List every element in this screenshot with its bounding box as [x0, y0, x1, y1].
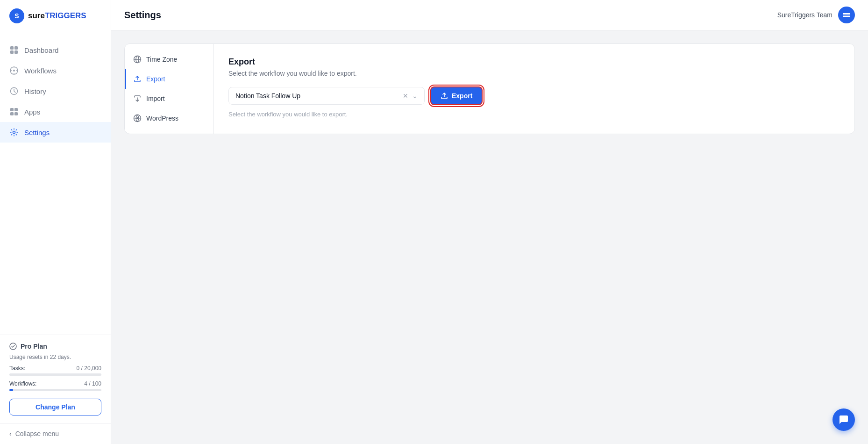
- pro-plan-label: Pro Plan: [21, 343, 47, 350]
- export-section-desc: Select the workflow you would like to ex…: [228, 70, 840, 77]
- workflows-label: Workflows:: [9, 380, 36, 387]
- team-name: SureTriggers Team: [777, 11, 832, 19]
- history-icon: [9, 86, 19, 96]
- collapse-menu[interactable]: ‹ Collapse menu: [0, 423, 111, 444]
- sidebar-nav: Dashboard Workflows: [0, 32, 111, 335]
- settings-nav-timezone-label: Time Zone: [146, 56, 177, 63]
- chat-button[interactable]: [832, 408, 855, 431]
- tasks-progress-bar: [9, 373, 101, 376]
- topbar-right: SureTriggers Team: [777, 7, 855, 23]
- export-nav-icon: [133, 75, 142, 83]
- workflows-progress-fill: [9, 389, 13, 391]
- svg-rect-14: [14, 108, 18, 111]
- logo: S sureTRIGGERS: [0, 0, 111, 32]
- sidebar-item-dashboard[interactable]: Dashboard: [0, 40, 111, 60]
- svg-point-7: [13, 70, 15, 72]
- timezone-icon: [133, 55, 142, 64]
- workflows-icon: [9, 66, 19, 75]
- svg-rect-2: [10, 46, 14, 50]
- settings-nav-export-label: Export: [146, 75, 165, 83]
- settings-nav-wordpress[interactable]: WordPress: [125, 108, 213, 128]
- tasks-usage-row: Tasks: 0 / 20,000: [9, 365, 101, 372]
- sidebar-item-label-dashboard: Dashboard: [24, 46, 58, 54]
- sidebar-item-workflows[interactable]: Workflows: [0, 60, 111, 81]
- sidebar-item-label-workflows: Workflows: [24, 67, 57, 75]
- export-section-title: Export: [228, 57, 840, 67]
- settings-nav-wordpress-label: WordPress: [146, 115, 178, 122]
- workflows-progress-bar: [9, 389, 101, 391]
- import-nav-icon: [133, 94, 142, 103]
- settings-icon: [9, 128, 19, 137]
- change-plan-button[interactable]: Change Plan: [9, 399, 101, 415]
- tasks-value: 0 / 20,000: [77, 365, 101, 372]
- usage-reset-text: Usage resets in 22 days.: [9, 354, 101, 360]
- workflows-usage-row: Workflows: 4 / 100: [9, 380, 101, 387]
- chevron-left-icon: ‹: [9, 430, 12, 437]
- svg-rect-3: [14, 46, 18, 50]
- avatar: [838, 7, 855, 23]
- svg-rect-5: [14, 50, 18, 54]
- svg-rect-4: [10, 50, 14, 54]
- settings-export-content: Export Select the workflow you would lik…: [213, 44, 854, 134]
- logo-text: sureTRIGGERS: [28, 11, 86, 21]
- sidebar-item-apps[interactable]: Apps: [0, 101, 111, 122]
- pro-plan-icon: [9, 343, 17, 350]
- sidebar-footer: Pro Plan Usage resets in 22 days. Tasks:…: [0, 335, 111, 423]
- workflows-value: 4 / 100: [84, 380, 101, 387]
- workflow-select[interactable]: Notion Task Follow Up ✕ ⌄: [228, 87, 425, 105]
- pro-plan-header: Pro Plan: [9, 343, 101, 350]
- export-button[interactable]: Export: [430, 86, 483, 105]
- clear-icon[interactable]: ✕: [403, 92, 408, 100]
- workflow-select-value: Notion Task Follow Up: [235, 92, 403, 100]
- avatar-icon: [841, 10, 852, 20]
- sidebar-item-label-history: History: [24, 87, 46, 95]
- settings-nav-import-label: Import: [146, 95, 165, 102]
- collapse-menu-label: Collapse menu: [15, 430, 59, 437]
- sidebar-item-label-apps: Apps: [24, 108, 40, 116]
- export-hint: Select the workflow you would like to ex…: [228, 111, 840, 118]
- dashboard-icon: [9, 45, 19, 55]
- svg-point-17: [13, 131, 15, 134]
- export-row: Notion Task Follow Up ✕ ⌄ Export: [228, 86, 840, 105]
- export-button-label: Export: [452, 92, 472, 100]
- svg-rect-15: [10, 112, 14, 115]
- svg-text:S: S: [14, 12, 19, 20]
- svg-rect-16: [14, 112, 18, 115]
- export-button-icon: [441, 92, 448, 100]
- wordpress-nav-icon: [133, 114, 142, 122]
- sidebar-item-label-settings: Settings: [24, 129, 50, 136]
- sidebar: S sureTRIGGERS Dashboard: [0, 0, 111, 444]
- settings-nav-import[interactable]: Import: [125, 89, 213, 108]
- chevron-down-icon[interactable]: ⌄: [412, 92, 418, 100]
- topbar: Settings SureTriggers Team: [111, 0, 868, 30]
- sidebar-item-history[interactable]: History: [0, 81, 111, 101]
- svg-rect-13: [10, 108, 14, 111]
- settings-panel: Time Zone Export: [124, 43, 855, 134]
- logo-icon: S: [9, 8, 24, 23]
- settings-sidebar: Time Zone Export: [125, 44, 213, 134]
- page-title: Settings: [124, 10, 161, 21]
- apps-icon: [9, 107, 19, 116]
- chat-icon: [838, 414, 849, 425]
- settings-nav-timezone[interactable]: Time Zone: [125, 50, 213, 69]
- workflow-select-actions: ✕ ⌄: [403, 92, 418, 100]
- content-area: Time Zone Export: [111, 30, 868, 444]
- settings-nav-export[interactable]: Export: [125, 69, 213, 89]
- main-content: Settings SureTriggers Team: [111, 0, 868, 444]
- sidebar-item-settings[interactable]: Settings: [0, 122, 111, 143]
- tasks-label: Tasks:: [9, 365, 25, 372]
